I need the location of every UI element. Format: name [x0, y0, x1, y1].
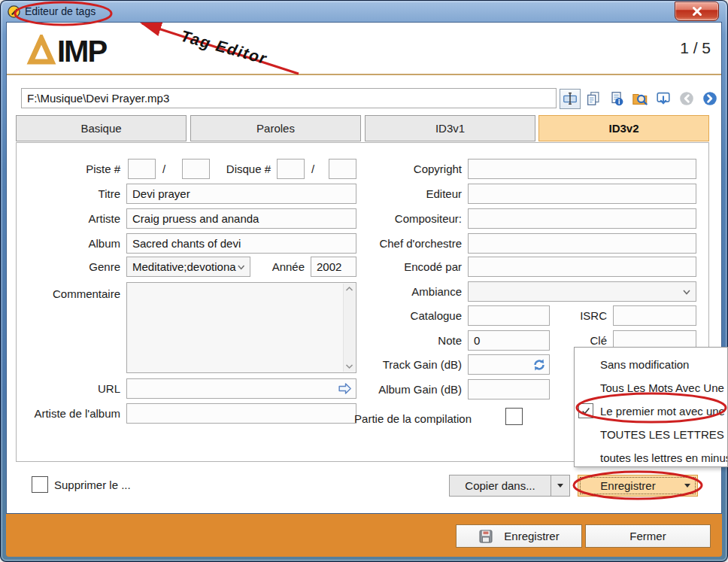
svg-text:IMP: IMP — [57, 35, 107, 66]
copier-dans-dropdown[interactable] — [551, 475, 569, 496]
paste-tags-button[interactable] — [653, 89, 674, 109]
editeur-input[interactable] — [468, 184, 696, 204]
folder-search-icon — [632, 90, 648, 107]
piste-number-input[interactable] — [128, 159, 156, 179]
page-indicator: 1 / 5 — [680, 39, 711, 57]
arrow-left-icon — [678, 90, 695, 107]
copyright-label: Copyright — [414, 159, 462, 179]
footer-bar: Enregistrer Fermer — [6, 514, 722, 557]
close-icon — [692, 6, 702, 17]
window-title: Editeur de tags — [25, 0, 96, 22]
file-path-input[interactable]: F:\Musique\Devi Prayer.mp3 — [21, 88, 557, 108]
ambiance-label: Ambiance — [411, 281, 462, 302]
copy-info-icon — [608, 90, 625, 107]
tab-id3v1[interactable]: ID3v1 — [365, 115, 535, 141]
menu-item-toutes-majuscules[interactable]: TOUTES LES LETTRES EN MA — [575, 424, 728, 445]
album-input[interactable]: Sacred chants of devi — [126, 233, 356, 254]
copyright-input[interactable] — [468, 159, 696, 179]
catalogue-input[interactable] — [468, 305, 550, 326]
arrow-right-icon — [702, 90, 718, 107]
chevron-down-icon — [236, 262, 246, 272]
scroll-up-icon — [345, 286, 353, 292]
enregistrer-split-button[interactable]: Enregistrer — [578, 475, 698, 497]
titlebar[interactable]: Editeur de tags — [0, 0, 728, 22]
commentaire-label: Commentaire — [53, 284, 120, 304]
caret-down-icon — [557, 484, 563, 488]
file-toolbar — [560, 87, 720, 110]
supprimer-label: Supprimer le ... — [54, 475, 131, 495]
tag-editor-window: Editeur de tags IMP 1 / 5 F:\Musique\Dev… — [0, 0, 728, 562]
annee-input[interactable]: 2002 — [311, 257, 356, 277]
track-gain-label: Track Gain (dB) — [383, 354, 462, 375]
previous-file-button[interactable] — [676, 89, 697, 109]
enregistrer-label: Enregistrer — [504, 530, 559, 542]
checked-checkbox — [578, 403, 593, 418]
menu-item-toutes-minuscules[interactable]: toutes les lettres en minuscu — [575, 447, 728, 467]
menu-item-tous-les-mots[interactable]: Tous Les Mots Avec Une Ma — [575, 377, 728, 399]
genre-value: Meditative;devotiona — [132, 260, 236, 273]
refresh-gain-icon[interactable] — [532, 357, 547, 372]
tab-id3v2[interactable]: ID3v2 — [538, 115, 709, 141]
tab-basique[interactable]: Basique — [16, 115, 187, 141]
compositeur-label: Compositeur: — [395, 208, 462, 229]
supprimer-checkbox[interactable] — [32, 476, 48, 493]
commentaire-scrollbar[interactable] — [343, 284, 355, 372]
go-url-icon[interactable] — [337, 381, 353, 396]
compilation-checkbox[interactable] — [505, 408, 523, 425]
commentaire-textarea[interactable] — [126, 282, 356, 373]
artiste-album-input[interactable] — [126, 403, 356, 424]
piste-total-input[interactable] — [182, 159, 210, 179]
piste-label: Piste # — [86, 159, 120, 179]
chevron-down-icon — [681, 287, 692, 297]
menu-item-sans-modification[interactable]: Sans modification — [575, 354, 728, 375]
rename-file-button[interactable] — [560, 89, 581, 109]
enregistrer-dropdown[interactable] — [678, 484, 697, 488]
import-icon — [655, 90, 672, 107]
enregistrer-button[interactable]: Enregistrer — [456, 524, 582, 548]
piste-separator: / — [162, 159, 165, 179]
compilation-label: Partie de la compilation — [354, 409, 472, 429]
disque-number-input[interactable] — [277, 159, 305, 179]
encode-par-input[interactable] — [468, 257, 696, 277]
artiste-input[interactable]: Craig pruess and ananda — [126, 208, 356, 229]
artiste-album-label: Artiste de l'album — [34, 403, 120, 424]
header-separator — [7, 74, 721, 75]
disque-total-input[interactable] — [329, 159, 356, 179]
album-gain-label: Album Gain (dB) — [378, 379, 462, 399]
isrc-input[interactable] — [613, 305, 696, 326]
copy-info-button[interactable] — [606, 89, 627, 109]
titre-input[interactable]: Devi prayer — [126, 184, 356, 204]
copy-icon — [585, 90, 602, 107]
album-label: Album — [88, 233, 120, 254]
menu-item-premier-mot[interactable]: Le premier mot avec une ma — [575, 400, 728, 422]
track-gain-input[interactable] — [468, 354, 550, 375]
album-gain-input[interactable] — [468, 379, 550, 399]
ambiance-combobox[interactable] — [468, 281, 696, 302]
disque-separator: / — [311, 159, 314, 179]
fermer-button[interactable]: Fermer — [585, 524, 711, 548]
check-icon — [581, 406, 591, 416]
chef-orchestre-label: Chef d'orchestre — [379, 233, 462, 254]
copier-dans-button[interactable]: Copier dans... — [449, 475, 570, 497]
note-input[interactable]: 0 — [468, 330, 550, 351]
enregistrer-split-label: Enregistrer — [578, 479, 678, 492]
artiste-label: Artiste — [88, 208, 120, 229]
url-label: URL — [98, 378, 120, 399]
annee-label: Année — [272, 257, 305, 277]
app-icon — [8, 5, 20, 18]
genre-combobox[interactable]: Meditative;devotiona — [126, 257, 250, 277]
close-button[interactable] — [675, 2, 719, 21]
url-input[interactable] — [126, 378, 356, 399]
titre-label: Titre — [99, 184, 120, 204]
find-file-button[interactable] — [629, 89, 651, 109]
capitalization-menu: Sans modification Tous Les Mots Avec Une… — [574, 347, 728, 467]
rename-icon — [562, 90, 578, 107]
save-icon — [478, 529, 493, 544]
next-file-button[interactable] — [699, 89, 720, 109]
chef-orchestre-input[interactable] — [468, 233, 696, 254]
genre-label: Genre — [89, 257, 120, 277]
tab-paroles[interactable]: Paroles — [190, 115, 361, 141]
compositeur-input[interactable] — [468, 208, 696, 229]
copy-tags-button[interactable] — [583, 89, 604, 109]
editeur-label: Editeur — [426, 184, 462, 204]
